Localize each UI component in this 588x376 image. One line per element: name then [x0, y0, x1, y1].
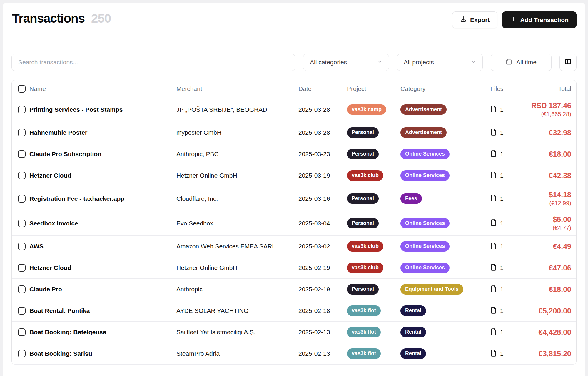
table-row[interactable]: Printing Services - Post Stamps JP „POŠT…: [12, 97, 576, 122]
table-row[interactable]: Boat Rental: Pontika AYDE SOLAR YACHTING…: [12, 300, 576, 322]
column-header-total[interactable]: Total: [523, 85, 576, 92]
projects-filter-label: All projects: [404, 59, 434, 66]
calendar-icon: [506, 59, 512, 66]
file-icon: [490, 264, 497, 272]
columns-icon: [564, 58, 572, 67]
transaction-total: €4.49: [523, 242, 576, 251]
transaction-date: 2025-03-04: [298, 220, 347, 227]
category-badge[interactable]: Rental: [400, 305, 426, 316]
row-checkbox[interactable]: [18, 106, 26, 113]
transaction-name: Claude Pro: [29, 286, 176, 293]
project-badge[interactable]: Personal: [347, 284, 379, 295]
projects-filter[interactable]: All projects: [397, 54, 483, 71]
add-transaction-button[interactable]: Add Transaction: [502, 11, 577, 28]
row-checkbox[interactable]: [18, 350, 26, 357]
project-badge[interactable]: Personal: [347, 127, 379, 138]
category-badge[interactable]: Online Services: [400, 218, 450, 229]
table-row[interactable]: Boat Booking: Betelgeuse Sailfleet Yat I…: [12, 322, 576, 343]
category-badge[interactable]: Online Services: [400, 263, 450, 273]
project-badge[interactable]: vas3k.club: [347, 263, 383, 273]
file-count: 1: [500, 106, 504, 113]
category-badge[interactable]: Rental: [400, 348, 426, 359]
column-header-merchant[interactable]: Merchant: [176, 85, 298, 92]
file-count: 1: [500, 307, 504, 314]
time-range-label: All time: [516, 59, 537, 66]
transaction-merchant: Anthropic: [176, 286, 298, 293]
transaction-date: 2025-03-02: [298, 243, 347, 250]
search-input[interactable]: [18, 59, 288, 66]
column-header-project[interactable]: Project: [347, 85, 400, 92]
transaction-date: 2025-03-16: [298, 195, 347, 202]
table-row[interactable]: Hahnemühle Poster myposter GmbH 2025-03-…: [12, 122, 576, 143]
time-range-filter[interactable]: All time: [491, 54, 552, 71]
category-badge[interactable]: Advertisement: [400, 127, 447, 138]
total-converted-amount: (€12.99): [523, 200, 571, 207]
table-row[interactable]: Claude Pro Anthropic 2025-02-19 Personal…: [12, 279, 576, 300]
row-checkbox[interactable]: [18, 220, 26, 227]
total-amount: €42.38: [523, 171, 571, 180]
transaction-total: €47.06: [523, 264, 576, 272]
file-icon: [490, 150, 497, 158]
row-checkbox[interactable]: [18, 264, 26, 272]
transaction-date: 2025-02-19: [298, 286, 347, 293]
category-badge[interactable]: Rental: [400, 327, 426, 337]
total-amount: €18.00: [523, 285, 571, 294]
category-badge[interactable]: Online Services: [400, 241, 450, 252]
project-badge[interactable]: Personal: [347, 193, 379, 204]
transaction-total: €18.00: [523, 150, 576, 158]
row-checkbox[interactable]: [18, 150, 26, 158]
project-badge[interactable]: vas3k camp: [347, 104, 386, 115]
table-row[interactable]: Boat Booking: Sarisu SteamPro Adria 2025…: [12, 343, 576, 365]
chevron-down-icon: [471, 59, 477, 66]
transaction-total: RSD 187.46 (€1,665.28): [523, 101, 576, 118]
table-row[interactable]: Registration Fee - taxhacker.app Cloudfl…: [12, 186, 576, 211]
select-all-checkbox[interactable]: [18, 85, 26, 93]
table-row[interactable]: Seedbox Invoice Evo Seedbox 2025-03-04 P…: [12, 211, 576, 236]
transaction-name: Boat Booking: Betelgeuse: [29, 329, 176, 336]
total-amount: €32.98: [523, 128, 571, 137]
category-badge[interactable]: Advertisement: [400, 104, 447, 115]
column-settings-button[interactable]: [559, 54, 577, 71]
download-icon: [460, 16, 467, 24]
project-badge[interactable]: Personal: [347, 149, 379, 159]
category-badge[interactable]: Fees: [400, 193, 422, 204]
row-checkbox[interactable]: [18, 243, 26, 250]
column-header-date[interactable]: Date: [298, 85, 347, 92]
column-header-name[interactable]: Name: [29, 85, 176, 92]
table-row[interactable]: Hetzner Cloud Hetzner Online GmbH 2025-0…: [12, 165, 576, 186]
row-checkbox[interactable]: [18, 307, 26, 315]
project-badge[interactable]: vas3k flot: [347, 327, 381, 337]
transaction-name: Registration Fee - taxhacker.app: [29, 195, 176, 202]
file-count: 1: [500, 286, 504, 293]
project-badge[interactable]: vas3k.club: [347, 170, 383, 181]
total-amount: €47.06: [523, 264, 571, 272]
table-row[interactable]: Hetzner Cloud Hetzner Online GmbH 2025-0…: [12, 257, 576, 279]
row-checkbox[interactable]: [18, 285, 26, 293]
transaction-name: AWS: [29, 243, 176, 250]
column-header-files[interactable]: Files: [490, 85, 523, 92]
transaction-total: €42.38: [523, 171, 576, 180]
category-badge[interactable]: Online Services: [400, 149, 450, 159]
column-header-category[interactable]: Category: [400, 85, 490, 92]
export-button[interactable]: Export: [452, 11, 498, 28]
row-checkbox[interactable]: [18, 328, 26, 336]
table-row[interactable]: Claude Pro Subscription Anthropic, PBC 2…: [12, 143, 576, 165]
table-row[interactable]: AWS Amazon Web Services EMEA SARL 2025-0…: [12, 236, 576, 257]
project-badge[interactable]: Personal: [347, 218, 379, 229]
transaction-name: Claude Pro Subscription: [29, 151, 176, 158]
project-badge[interactable]: vas3k.club: [347, 241, 383, 252]
transaction-name: Printing Services - Post Stamps: [29, 106, 176, 113]
project-badge[interactable]: vas3k flot: [347, 305, 381, 316]
file-count: 1: [500, 329, 504, 336]
project-badge[interactable]: vas3k flot: [347, 348, 381, 359]
transaction-merchant: Hetzner Online GmbH: [176, 264, 298, 271]
categories-filter[interactable]: All categories: [303, 54, 389, 71]
row-checkbox[interactable]: [18, 172, 26, 179]
transaction-name: Hetzner Cloud: [29, 264, 176, 271]
transaction-name: Boat Rental: Pontika: [29, 307, 176, 314]
row-checkbox[interactable]: [18, 195, 26, 203]
transaction-date: 2025-03-23: [298, 151, 347, 158]
category-badge[interactable]: Equipment and Tools: [400, 284, 463, 295]
row-checkbox[interactable]: [18, 129, 26, 136]
category-badge[interactable]: Online Services: [400, 170, 450, 181]
